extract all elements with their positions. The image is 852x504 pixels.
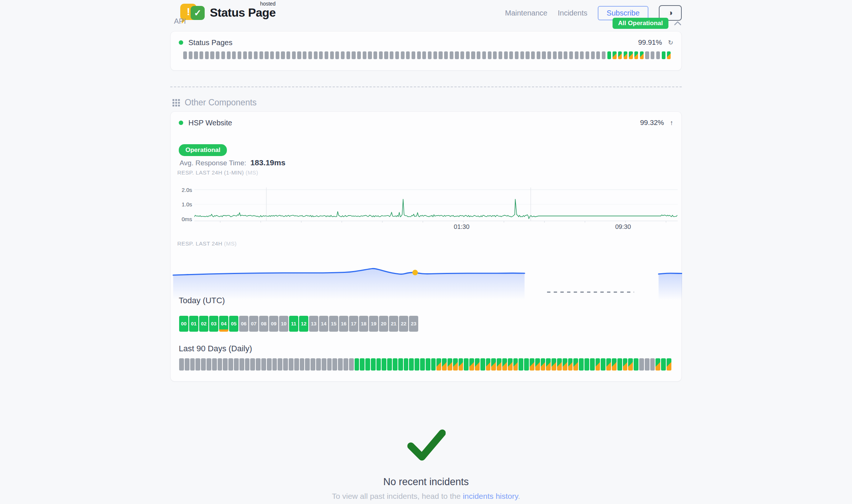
uptime-bar <box>199 51 203 59</box>
uptime-bar <box>259 51 263 59</box>
day-block <box>601 358 606 371</box>
day-block <box>185 358 189 371</box>
uptime-bar <box>422 51 426 59</box>
chart2-unit: (MS) <box>224 240 237 247</box>
uptime-bar <box>526 51 529 59</box>
nav-maintenance[interactable]: Maintenance <box>505 9 547 17</box>
day-block <box>513 358 518 371</box>
uptime-bar <box>499 51 502 59</box>
day-block <box>617 358 622 371</box>
uptime-bar <box>504 51 508 59</box>
day-block <box>228 358 233 371</box>
day-block <box>393 358 398 371</box>
day-block <box>322 358 326 371</box>
uptime-bar <box>433 51 437 59</box>
uptime-bar <box>553 51 557 59</box>
uptime-bar <box>189 51 192 59</box>
collapse-arrow-icon[interactable]: ↑ <box>670 119 673 127</box>
day-block <box>551 358 556 371</box>
day-block <box>436 358 441 371</box>
hour-block: 21 <box>389 316 398 332</box>
day-block <box>584 358 589 371</box>
chart2-label: RESP. LAST 24H (MS) <box>177 240 237 247</box>
day-block <box>596 358 600 371</box>
hour-block: 08 <box>259 316 268 332</box>
day-block <box>311 358 315 371</box>
uptime-bar <box>357 51 361 59</box>
uptime-bar <box>406 51 410 59</box>
day-block <box>453 358 458 371</box>
hour-block: 14 <box>319 316 328 332</box>
chevron-up-icon[interactable] <box>674 21 682 26</box>
line-chart-canvas <box>194 185 678 227</box>
day-block <box>190 358 195 371</box>
day-block <box>667 358 671 371</box>
xtick-0930: 09:30 <box>615 223 631 231</box>
no-incidents-title: No recent incidents <box>0 476 852 488</box>
uptime-bar <box>286 51 290 59</box>
day-block <box>365 358 370 371</box>
uptime-bar <box>477 51 480 59</box>
hour-block: 00 <box>179 316 188 332</box>
status-dot-icon <box>179 40 183 45</box>
uptime-bar <box>194 51 198 59</box>
hour-block: 17 <box>349 316 358 332</box>
day-block <box>398 358 403 371</box>
logo-title: Status Page hosted <box>210 6 276 20</box>
uptime-bar <box>656 51 660 59</box>
hour-block: 18 <box>359 316 368 332</box>
component-card-hsp-website: HSP Website 99.32% ↑ Operational Avg. Re… <box>170 111 682 382</box>
day-block <box>382 358 386 371</box>
uptime-bar <box>330 51 334 59</box>
uptime-bar <box>547 51 551 59</box>
last-90-days-strip <box>179 358 671 371</box>
all-operational-badge[interactable]: All Operational <box>613 18 668 29</box>
day-block <box>371 358 376 371</box>
hour-block: 12 <box>299 316 308 332</box>
status-page: ! ✓ Status Page hosted Maintenance Incid… <box>0 0 852 504</box>
component-row[interactable]: HSP Website 99.32% ↑ <box>179 118 673 128</box>
uptime-bar <box>607 51 611 59</box>
uptime-bar <box>303 51 306 59</box>
uptime-bar <box>569 51 573 59</box>
component-card-status-pages: Status Pages 99.91% ↻ <box>170 31 682 71</box>
day-block <box>332 358 337 371</box>
day-block <box>650 358 655 371</box>
incidents-history-link[interactable]: incidents history <box>463 492 518 500</box>
ytick-2s: 2.0s <box>171 187 192 193</box>
uptime-bar <box>368 51 372 59</box>
hour-block: 11 <box>289 316 298 332</box>
uptime-bar <box>346 51 350 59</box>
day-block <box>475 358 480 371</box>
component-row[interactable]: Status Pages 99.91% ↻ <box>179 37 673 48</box>
day-block <box>486 358 491 371</box>
hour-block: 16 <box>339 316 348 332</box>
nav-incidents[interactable]: Incidents <box>558 9 587 17</box>
day-block <box>376 358 381 371</box>
day-block <box>557 358 562 371</box>
uptime-bar <box>586 51 589 59</box>
uptime-bar <box>341 51 345 59</box>
uptime-bar <box>281 51 285 59</box>
uptime-bar <box>618 51 622 59</box>
hour-block: 03 <box>209 316 218 332</box>
refresh-icon[interactable]: ↻ <box>668 39 673 47</box>
uptime-bar <box>238 51 241 59</box>
uptime-bar <box>276 51 279 59</box>
uptime-bar <box>384 51 388 59</box>
last-90-days-title: Last 90 Days (Daily) <box>179 344 252 354</box>
day-block <box>442 358 447 371</box>
hour-block: 05 <box>229 316 238 332</box>
uptime-bar <box>651 51 654 59</box>
day-block <box>502 358 507 371</box>
section-title-other-components: Other Components <box>185 98 256 108</box>
uptime-bar <box>221 51 225 59</box>
uptime-bar <box>460 51 464 59</box>
uptime-bar <box>401 51 405 59</box>
day-block <box>563 358 567 371</box>
hour-block: 23 <box>409 316 418 332</box>
logo-superscript: hosted <box>260 1 276 7</box>
hour-block: 07 <box>249 316 258 332</box>
response-area-chart <box>171 256 682 300</box>
section-title-api: API <box>174 17 186 26</box>
